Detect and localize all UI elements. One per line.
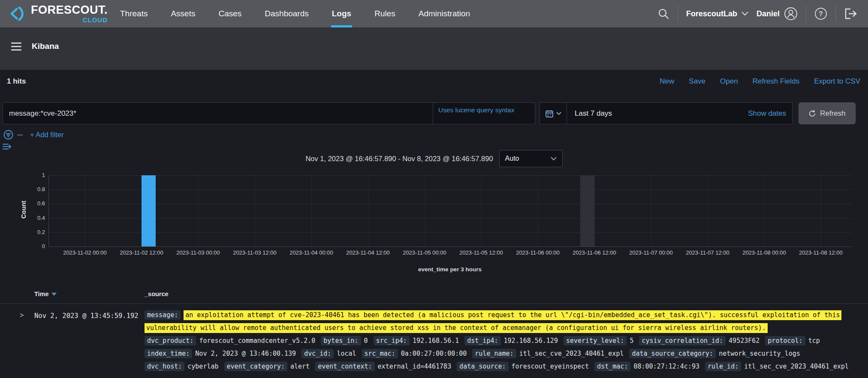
field-key: data_source_category: [629, 349, 716, 358]
field-key: src_ip4: [374, 336, 410, 345]
field-key: src_mac: [362, 349, 398, 358]
field-key: dvc_id: [301, 349, 334, 358]
histogram-bar[interactable] [142, 175, 156, 246]
gridline-x [481, 175, 482, 246]
y-tick-label: 0.6 [24, 200, 45, 207]
gridline-x [651, 175, 651, 246]
gridline-x [708, 175, 708, 246]
gridline-x [594, 175, 595, 246]
field-key: severity_level: [564, 336, 627, 345]
y-tick-label: 0.2 [24, 229, 45, 235]
gridline-y [48, 218, 851, 219]
field-key: dvc_product: [145, 336, 196, 345]
gridline-x [538, 175, 538, 246]
gridline-x [368, 175, 368, 246]
source-line: index_time:Nov 2, 2023 @ 13:46:00.139dvc… [145, 349, 854, 358]
gridline-x [255, 175, 255, 246]
field-value: 5 [630, 337, 633, 345]
x-tick-label: 2023-11-03 00:00 [170, 249, 226, 256]
y-tick-label: 0.8 [24, 186, 45, 192]
field-value: external_id=4461783 [378, 363, 452, 370]
source-line: vulnerability will allow remote authenti… [145, 323, 854, 333]
field-value: 08:00:27:12:4c:93 [633, 363, 699, 370]
y-axis-line [48, 175, 49, 246]
gridline-y [48, 204, 851, 204]
row-source-cell: message:an exploitation attempt of cve-2… [145, 310, 854, 375]
field-value: 192.168.56.1 [413, 337, 459, 345]
sort-desc-icon[interactable] [51, 293, 57, 296]
x-tick-label: 2023-11-08 00:00 [736, 249, 793, 256]
x-tick-label: 2023-11-03 12:00 [226, 249, 283, 256]
gridline-x [85, 175, 85, 246]
gridline-y [48, 189, 851, 190]
gridline-x [821, 175, 821, 246]
x-tick-label: 2023-11-08 12:00 [793, 249, 849, 256]
field-value: itl_sec_cve_2023_40461_expl [519, 350, 624, 357]
column-header-time[interactable]: Time [34, 291, 57, 297]
field-value: network_security_logs [719, 350, 800, 357]
x-axis-line [48, 246, 851, 247]
field-key: rule_id: [705, 362, 741, 371]
app-window: FORESCOUT. CLOUD ThreatsAssetsCasesDashb… [0, 0, 868, 378]
row-time-cell: Nov 2, 2023 @ 13:45:59.192 [34, 312, 139, 320]
chart-hover-band [580, 175, 594, 246]
y-tick-label: 1 [24, 172, 45, 178]
source-line: dvc_product:forescout_commandcenter_v5.2… [145, 336, 854, 345]
expand-row-icon[interactable]: > [20, 312, 24, 319]
gridline-x [311, 175, 312, 246]
field-value: alert [290, 363, 310, 370]
gridline-x [425, 175, 425, 246]
field-key: rule_name: [472, 349, 516, 358]
gridline-y [48, 232, 851, 233]
x-tick-label: 2023-11-02 12:00 [113, 249, 170, 256]
field-value: 49523F62 [729, 337, 760, 345]
field-value: 192.168.56.129 [504, 337, 558, 345]
field-key: dst_mac: [594, 362, 630, 371]
x-axis-label: event_time per 3 hours [364, 266, 536, 273]
field-key: message: [145, 310, 181, 320]
field-value: forescout_commandcenter_v5.2.0 [199, 337, 315, 345]
field-key: dst_ip4: [464, 336, 500, 345]
field-value: forescout_eyeinspect [512, 363, 589, 370]
table-header-divider [0, 303, 868, 304]
x-tick-label: 2023-11-04 00:00 [283, 249, 340, 256]
x-tick-label: 2023-11-02 00:00 [57, 249, 113, 256]
y-tick-label: 0.4 [24, 215, 45, 221]
x-tick-label: 2023-11-07 12:00 [679, 249, 736, 256]
x-tick-label: 2023-11-05 00:00 [396, 249, 453, 256]
x-tick-label: 2023-11-06 12:00 [566, 249, 623, 256]
x-tick-label: 2023-11-05 12:00 [453, 249, 509, 256]
gridline-y [48, 175, 851, 176]
field-key: data_source: [457, 362, 508, 371]
field-key: bytes_in: [321, 336, 361, 345]
x-tick-label: 2023-11-07 00:00 [623, 249, 679, 256]
field-value: Nov 2, 2023 @ 13:46:00.139 [195, 350, 296, 357]
field-value: cyberlab [187, 363, 218, 370]
gridline-x [198, 175, 199, 246]
field-value: local [337, 350, 356, 357]
source-line: message:an exploitation attempt of cve-2… [145, 310, 854, 320]
field-key: event_category: [224, 362, 287, 371]
x-tick-label: 2023-11-06 00:00 [509, 249, 566, 256]
field-value: tcp [808, 337, 820, 345]
field-key: index_time: [145, 349, 192, 358]
x-tick-label: 2023-11-04 12:00 [340, 249, 396, 256]
field-value: 0a:00:27:00:00:00 [401, 350, 467, 357]
field-key: cysiv_correlation_id: [639, 336, 726, 345]
highlighted-text: an exploitation attempt of cve-2023-4046… [184, 310, 841, 320]
field-key: protocol: [765, 336, 805, 345]
field-key: event_context: [315, 362, 374, 371]
field-key: dvc_host: [145, 362, 184, 371]
field-value: 0 [364, 337, 368, 345]
source-line: dvc_host:cyberlabevent_category:alerteve… [145, 362, 854, 371]
column-header-source: _source [145, 291, 169, 297]
y-tick-label: 0 [24, 243, 45, 249]
gridline-x [764, 175, 765, 246]
highlighted-text: vulnerability will allow remote authenti… [145, 323, 768, 333]
field-value: itl_sec_cve_2023_40461_expl [744, 363, 849, 370]
